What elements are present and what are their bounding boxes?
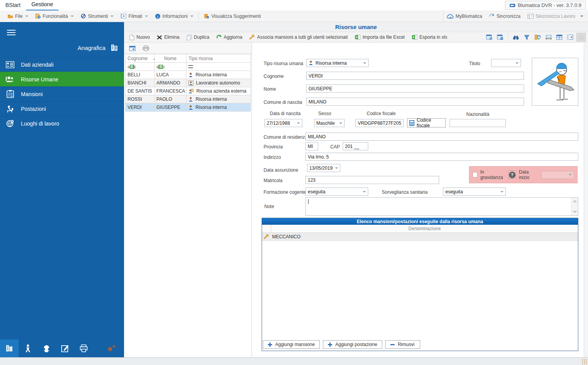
settings-gears-icon[interactable] — [102, 339, 121, 357]
comune-nascita-input[interactable] — [306, 98, 524, 106]
menu-sincronizza[interactable]: Sincronizza — [486, 10, 524, 22]
sidebar-item-mansioni[interactable]: Mansioni — [0, 86, 124, 101]
add-mansione-button[interactable]: Aggiungi mansione — [263, 340, 320, 349]
in-gravidanza-checkbox[interactable] — [472, 172, 478, 177]
denominazione-column-header[interactable]: Denominazione — [271, 226, 578, 231]
navigator-icon[interactable] — [566, 33, 575, 41]
restore-layout-icon[interactable] — [495, 33, 505, 41]
sidebar-item-dati-aziendali[interactable]: Dati aziendali — [0, 57, 124, 72]
print-grid-icon[interactable] — [141, 44, 150, 53]
scroll-up-icon[interactable] — [572, 200, 577, 202]
data-assunzione-combo[interactable]: 13/05/2019 — [307, 164, 340, 172]
table-row[interactable]: ROSSIPAOLO Risorsa interna — [126, 95, 251, 103]
table-row[interactable]: BELLILUCA Risorsa interna — [126, 71, 251, 79]
assign-mansioni-button[interactable]: Associa mansioni a tutti gli utenti sele… — [246, 34, 351, 41]
export-grid-icon[interactable] — [128, 44, 137, 53]
refresh-button[interactable]: Aggiorna — [213, 34, 245, 41]
edit-icon[interactable] — [56, 339, 74, 357]
tab-gestione[interactable]: Gestione — [26, 0, 59, 11]
cognome-input[interactable] — [306, 72, 524, 80]
version-badge: Blumatica DVR - ver. 3.7.0.9 — [505, 1, 586, 10]
filter-cell-cognome[interactable]: aBc — [126, 63, 155, 71]
column-header-cognome[interactable]: Cognome — [126, 54, 155, 63]
table-row[interactable]: BIANCHIARMANDO Lavoratore autonomo — [126, 79, 251, 87]
save-layout-icon[interactable] — [485, 33, 494, 41]
sesso-combo[interactable]: Maschile — [314, 119, 345, 127]
ribbon-right-group: MyBlumatica Sincronizza Sincronizza Lavo… — [443, 10, 588, 22]
internal-person-icon — [188, 97, 193, 102]
add-postazione-button[interactable]: Aggiungi postazione — [323, 340, 382, 349]
filter-funnel-icon[interactable] — [522, 33, 531, 41]
duplicate-button[interactable]: Duplica — [183, 34, 212, 41]
data-nascita-combo[interactable]: 27/12/1988 — [264, 119, 302, 127]
resize-grip[interactable] — [581, 359, 587, 364]
menu-informazioni[interactable]: i Informazioni — [152, 10, 197, 22]
menu-visualizza-suggerimenti[interactable]: i Visualizza Suggerimenti — [200, 10, 264, 22]
nome-input[interactable] — [306, 84, 524, 93]
chevron-down-icon — [363, 191, 366, 193]
menu-strumenti[interactable]: Strumenti — [77, 10, 117, 22]
nazionalita-label: Nazionalità — [466, 112, 489, 117]
internal-person-icon — [188, 105, 193, 110]
delete-button[interactable]: Elimina — [154, 34, 183, 41]
filter-cell-nome[interactable]: aBc — [154, 63, 186, 71]
data-inizio-combo[interactable] — [541, 171, 574, 179]
codice-fiscale-input[interactable] — [355, 119, 403, 127]
menu-file[interactable]: File — [4, 10, 32, 22]
remove-button[interactable]: Rimuovi — [385, 340, 420, 349]
column-header-tipo[interactable]: Tipo risorsa — [186, 54, 251, 63]
group-panel-icon[interactable] — [555, 33, 564, 41]
print-icon[interactable] — [74, 339, 93, 357]
nome-label: Nome — [264, 86, 276, 92]
note-textarea[interactable] — [305, 197, 578, 216]
provincia-input[interactable] — [305, 142, 318, 150]
menu-myblumatica[interactable]: MyBlumatica — [443, 10, 486, 22]
mansioni-buttons: Aggiungi mansione Aggiungi postazione Ri… — [263, 340, 420, 349]
menu-funzionalita[interactable]: Funzionalità — [32, 10, 77, 22]
mansione-row[interactable]: MECCANICO — [262, 233, 578, 241]
svg-text:X: X — [355, 35, 358, 39]
autonomous-worker-icon — [188, 81, 193, 86]
formazione-combo[interactable]: eseguita — [305, 188, 368, 196]
worker-helmet-icon[interactable] — [37, 339, 56, 357]
form-scrollbar[interactable] — [584, 43, 588, 357]
best-fit-icon[interactable] — [544, 33, 553, 41]
note-scrollbar[interactable] — [571, 198, 578, 215]
scroll-down-icon[interactable] — [572, 211, 577, 213]
sidebar-section-label: Anagrafica — [78, 45, 105, 51]
ribbon-collapse-chevron-icon[interactable] — [580, 15, 583, 17]
filter-cell-tipo[interactable] — [186, 63, 251, 71]
search-binoculars-icon[interactable] — [511, 33, 521, 41]
sidebar-item-luoghi-di-lavoro[interactable]: Luoghi di lavoro — [0, 116, 124, 131]
tipo-risorsa-combo[interactable]: Risorsa interna — [306, 59, 369, 67]
column-header-nome[interactable]: Nome — [154, 54, 186, 63]
nazionalita-input[interactable] — [450, 119, 506, 127]
suggestions-icon: i — [204, 14, 209, 19]
hamburger-menu-icon[interactable] — [7, 28, 16, 37]
id-card-icon — [528, 14, 534, 19]
table-row[interactable]: DE SANTISFRANCESCA Risorsa azienda ester… — [126, 87, 251, 95]
help-button[interactable]: ? — [508, 170, 516, 179]
risk-assessment-icon[interactable] — [19, 339, 37, 357]
column-chooser-icon[interactable] — [533, 33, 542, 41]
new-button[interactable]: Nuovo — [126, 34, 153, 41]
sidebar-item-postazioni[interactable]: Postazioni — [0, 101, 124, 116]
indirizzo-input[interactable] — [305, 153, 578, 161]
app-window: BStart Gestione Blumatica DVR - ver. 3.7… — [0, 0, 588, 365]
cap-input[interactable] — [343, 142, 368, 150]
company-shortcut-icon[interactable] — [0, 339, 19, 357]
tab-bstart[interactable]: BStart — [0, 0, 26, 10]
sidebar-item-risorse-umane[interactable]: Risorse Umane — [0, 72, 124, 86]
codice-fiscale-button[interactable]: Codice fiscale — [407, 118, 446, 127]
sidebar-section-anagrafica[interactable]: Anagrafica — [78, 43, 119, 52]
grid-lines-toggle-icon[interactable] — [576, 33, 586, 41]
comune-residenza-input[interactable] — [305, 133, 578, 141]
titolo-combo[interactable] — [491, 59, 521, 67]
menu-filmati[interactable]: Filmati — [117, 10, 151, 22]
table-row-selected[interactable]: VERDIGIUSEPPE Risorsa interna — [126, 103, 251, 112]
import-excel-button[interactable]: X Importa da file Excel — [352, 34, 408, 41]
menu-sincronizza-lavoro[interactable]: Sincronizza Lavoro — [524, 10, 579, 22]
sorveglianza-combo[interactable]: eseguita — [443, 188, 506, 196]
matricola-input[interactable] — [305, 176, 439, 184]
export-xls-button[interactable]: X Esporta in xls — [409, 34, 450, 41]
